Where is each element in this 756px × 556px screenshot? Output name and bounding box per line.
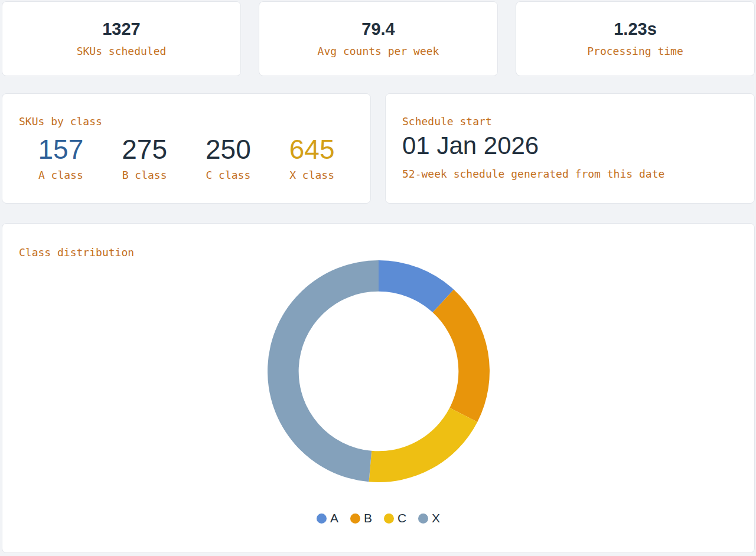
stats-row: 1327 SKUs scheduled 79.4 Avg counts per … (2, 1, 755, 76)
skus-by-class-card: SKUs by class 157 A class 275 B class 25… (2, 93, 371, 204)
legend-swatch-X (418, 514, 428, 524)
legend-item-C[interactable]: C (384, 511, 406, 526)
stat-value: 1327 (102, 20, 141, 39)
donut-chart (268, 260, 490, 482)
legend-item-B[interactable]: B (350, 511, 372, 526)
stat-value: 79.4 (361, 20, 395, 39)
stat-card-avg-counts: 79.4 Avg counts per week (259, 1, 498, 76)
dashboard-page: 1327 SKUs scheduled 79.4 Avg counts per … (0, 0, 756, 553)
metric-value-a: 157 (19, 134, 103, 165)
donut-segment-X[interactable] (268, 260, 379, 482)
donut-segment-C[interactable] (369, 408, 477, 482)
class-metrics: 157 A class 275 B class 250 C class 645 … (19, 134, 354, 181)
donut-chart-area (268, 260, 490, 485)
metric-value-x: 645 (270, 134, 354, 165)
stat-label: Avg counts per week (318, 45, 439, 57)
legend-label-C: C (397, 511, 406, 526)
class-distribution-title: Class distribution (19, 246, 738, 259)
metric-label-a: A class (19, 169, 103, 181)
legend-label-A: A (330, 511, 338, 526)
donut-segment-B[interactable] (432, 290, 489, 422)
legend-label-X: X (432, 511, 440, 526)
metric-label-x: X class (270, 169, 354, 181)
schedule-start-caption: 52-week schedule generated from this dat… (402, 168, 738, 180)
metric-value-b: 275 (103, 134, 187, 165)
stat-card-processing-time: 1.23s Processing time (516, 1, 755, 76)
class-distribution-card: Class distribution ABCX (2, 223, 755, 553)
metric-c-class: 250 C class (187, 134, 271, 181)
schedule-start-title: Schedule start (402, 115, 738, 128)
schedule-start-card: Schedule start 01 Jan 2026 52-week sched… (385, 93, 755, 204)
legend-item-X[interactable]: X (418, 511, 440, 526)
legend-label-B: B (364, 511, 372, 526)
skus-by-class-title: SKUs by class (19, 115, 354, 128)
stat-card-skus-scheduled: 1327 SKUs scheduled (2, 1, 241, 76)
legend-swatch-C (384, 514, 394, 524)
detail-row: SKUs by class 157 A class 275 B class 25… (2, 93, 755, 204)
chart-legend: ABCX (19, 511, 738, 526)
metric-label-c: C class (187, 169, 271, 181)
metric-a-class: 157 A class (19, 134, 103, 181)
stat-label: Processing time (587, 45, 683, 57)
stat-label: SKUs scheduled (77, 45, 167, 57)
legend-swatch-B (350, 514, 360, 524)
legend-swatch-A (317, 514, 327, 524)
metric-label-b: B class (103, 169, 187, 181)
metric-b-class: 275 B class (103, 134, 187, 181)
schedule-start-date: 01 Jan 2026 (402, 132, 738, 160)
metric-value-c: 250 (187, 134, 271, 165)
metric-x-class: 645 X class (270, 134, 354, 181)
legend-item-A[interactable]: A (317, 511, 338, 526)
stat-value: 1.23s (614, 20, 657, 39)
